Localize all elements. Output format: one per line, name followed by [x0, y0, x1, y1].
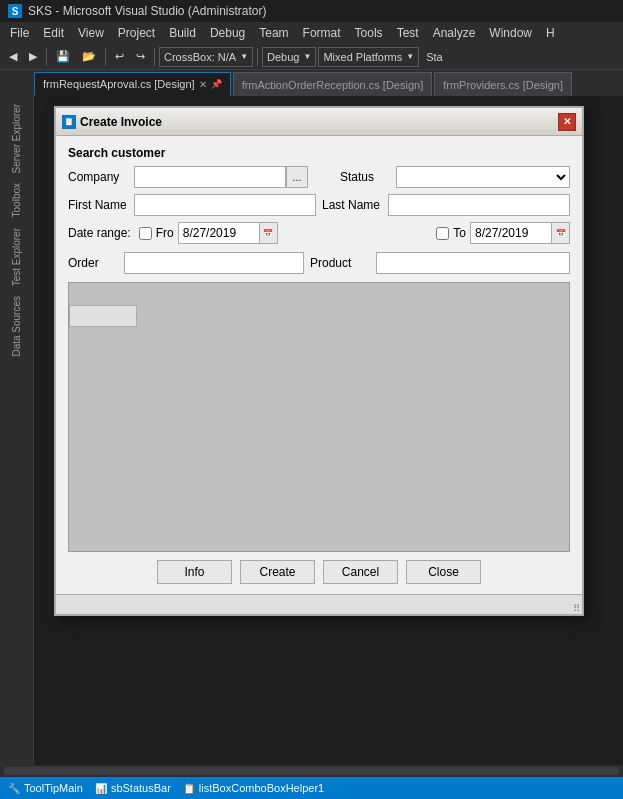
menu-analyze[interactable]: Analyze	[427, 24, 482, 42]
status-bar: 🔧 ToolTipMain 📊 sbStatusBar 📋 listBoxCom…	[0, 777, 623, 799]
date-range-row: Date range: Fro 📅 To	[68, 222, 570, 244]
debug-arrow: ▼	[303, 52, 311, 61]
status-statusbar: 📊 sbStatusBar	[95, 782, 171, 794]
menu-build[interactable]: Build	[163, 24, 202, 42]
company-label: Company	[68, 170, 128, 184]
crossbox-label: CrossBox: N/A	[164, 51, 236, 63]
dialog-title-text: Create Invoice	[80, 115, 162, 129]
tab-bar: frmRequestAproval.cs [Design] ✕ 📌 frmAct…	[0, 70, 623, 96]
date-range-label: Date range:	[68, 226, 131, 240]
crossbox-arrow: ▼	[240, 52, 248, 61]
to-calendar-btn[interactable]: 📅	[551, 223, 569, 243]
fro-checkbox[interactable]	[139, 227, 152, 240]
status-label: Status	[340, 170, 390, 184]
to-label: To	[453, 226, 466, 240]
menu-file[interactable]: File	[4, 24, 35, 42]
menu-bar: File Edit View Project Build Debug Team …	[0, 22, 623, 44]
to-date-input[interactable]	[471, 223, 551, 243]
menu-edit[interactable]: Edit	[37, 24, 70, 42]
side-test-explorer[interactable]: Test Explorer	[9, 224, 24, 290]
grid-content	[69, 305, 569, 551]
statusbar-icon: 📊	[95, 783, 107, 794]
tooltip-label: ToolTipMain	[24, 782, 83, 794]
redo-btn[interactable]: ↪	[131, 46, 150, 68]
side-data-sources[interactable]: Data Sources	[9, 292, 24, 361]
tooltip-icon: 🔧	[8, 783, 20, 794]
menu-window[interactable]: Window	[483, 24, 538, 42]
first-name-label: First Name	[68, 198, 128, 212]
fro-date-input[interactable]	[179, 223, 259, 243]
designer-area: 📋 Create Invoice ✕ Search customer Compa…	[34, 96, 623, 777]
debug-dropdown[interactable]: Debug ▼	[262, 47, 316, 67]
order-input[interactable]	[124, 252, 304, 274]
fro-label: Fro	[156, 226, 174, 240]
order-label: Order	[68, 256, 118, 270]
menu-test[interactable]: Test	[391, 24, 425, 42]
dialog-title-left: 📋 Create Invoice	[62, 115, 162, 129]
separator-1	[46, 48, 47, 66]
product-input[interactable]	[376, 252, 570, 274]
app-icon: S	[8, 4, 22, 18]
dialog-close-button[interactable]: ✕	[558, 113, 576, 131]
main-area: Server Explorer Toolbox Test Explorer Da…	[0, 96, 623, 777]
scrollbar-area	[0, 765, 623, 777]
last-name-input[interactable]	[388, 194, 570, 216]
menu-debug[interactable]: Debug	[204, 24, 251, 42]
status-tooltip: 🔧 ToolTipMain	[8, 782, 83, 794]
open-btn[interactable]: 📂	[77, 46, 101, 68]
menu-help[interactable]: H	[540, 24, 561, 42]
platform-arrow: ▼	[406, 52, 414, 61]
menu-format[interactable]: Format	[297, 24, 347, 42]
menu-project[interactable]: Project	[112, 24, 161, 42]
to-date-item: To 📅	[436, 222, 570, 244]
side-server-explorer[interactable]: Server Explorer	[9, 100, 24, 177]
data-grid-container	[68, 282, 570, 552]
tab-frm-action[interactable]: frmActionOrderReception.cs [Design]	[233, 72, 433, 96]
title-bar: S SKS - Microsoft Visual Studio (Adminis…	[0, 0, 623, 22]
start-btn[interactable]: Sta	[421, 46, 448, 68]
create-invoice-dialog: 📋 Create Invoice ✕ Search customer Compa…	[54, 106, 584, 616]
side-toolbox[interactable]: Toolbox	[9, 179, 24, 221]
dialog-status-strip: ⠿	[56, 594, 582, 614]
company-browse-btn[interactable]: …	[286, 166, 308, 188]
listbox-icon: 📋	[183, 783, 195, 794]
resize-grip[interactable]: ⠿	[570, 602, 582, 614]
platform-label: Mixed Platforms	[323, 51, 402, 63]
product-label: Product	[310, 256, 370, 270]
separator-2	[105, 48, 106, 66]
statusbar-label: sbStatusBar	[111, 782, 171, 794]
back-btn[interactable]: ◀	[4, 46, 22, 68]
listbox-label: listBoxComboBoxHelper1	[199, 782, 324, 794]
toolbar: ◀ ▶ 💾 📂 ↩ ↪ CrossBox: N/A ▼ Debug ▼ Mixe…	[0, 44, 623, 70]
title-text: SKS - Microsoft Visual Studio (Administr…	[28, 4, 267, 18]
save-btn[interactable]: 💾	[51, 46, 75, 68]
menu-view[interactable]: View	[72, 24, 110, 42]
status-listbox: 📋 listBoxComboBoxHelper1	[183, 782, 324, 794]
search-customer-label: Search customer	[68, 146, 570, 160]
dialog-title-bar: 📋 Create Invoice ✕	[56, 108, 582, 136]
tab-frm-providers[interactable]: frmProviders.cs [Design]	[434, 72, 572, 96]
to-checkbox[interactable]	[436, 227, 449, 240]
menu-team[interactable]: Team	[253, 24, 294, 42]
first-name-input[interactable]	[134, 194, 316, 216]
tab-frm-request-label: frmRequestAproval.cs [Design]	[43, 78, 195, 90]
status-select[interactable]	[396, 166, 570, 188]
tab-frm-request-close[interactable]: ✕	[199, 79, 207, 90]
platform-dropdown[interactable]: Mixed Platforms ▼	[318, 47, 419, 67]
to-date-container: 📅	[470, 222, 570, 244]
fro-calendar-btn[interactable]: 📅	[259, 223, 277, 243]
tab-frm-request-pin[interactable]: 📌	[211, 79, 222, 89]
separator-3	[154, 48, 155, 66]
menu-tools[interactable]: Tools	[349, 24, 389, 42]
undo-btn[interactable]: ↩	[110, 46, 129, 68]
company-input[interactable]	[134, 166, 286, 188]
scrollbar-track[interactable]	[4, 767, 619, 775]
tab-frm-request[interactable]: frmRequestAproval.cs [Design] ✕ 📌	[34, 72, 231, 96]
crossbox-dropdown[interactable]: CrossBox: N/A ▼	[159, 47, 253, 67]
grid-small-tab[interactable]	[69, 305, 137, 327]
forward-btn[interactable]: ▶	[24, 46, 42, 68]
fro-date-container: 📅	[178, 222, 278, 244]
fro-date-item: Fro 📅	[139, 222, 278, 244]
tab-frm-providers-label: frmProviders.cs [Design]	[443, 79, 563, 91]
separator-4	[257, 48, 258, 66]
